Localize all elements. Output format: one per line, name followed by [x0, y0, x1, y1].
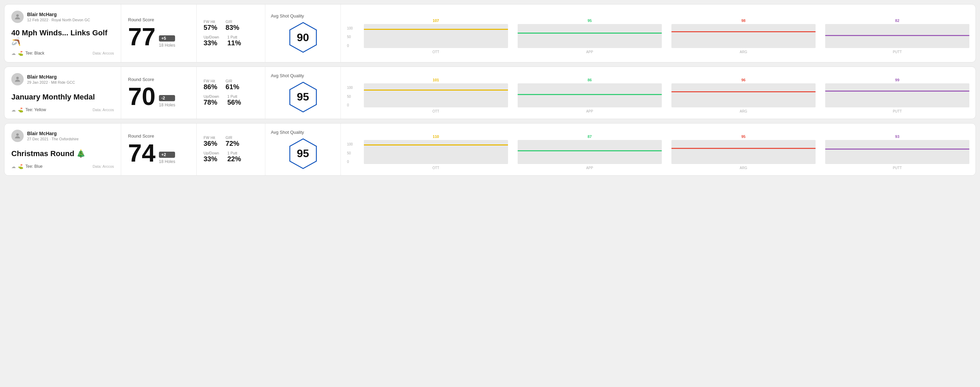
updown-label: Up/Down: [204, 94, 219, 98]
bar-col-arg: 95ARG: [671, 135, 816, 170]
stats-row-1: FW Hit36%GIR72%: [204, 135, 258, 148]
score-row: 77+518 Holes: [128, 24, 189, 49]
bar-value: 99: [895, 78, 899, 82]
tee-info: ☁ ⛳ Tee: Blue: [11, 164, 43, 169]
score-section: Round Score74+218 Holes: [121, 124, 197, 175]
tee-icon: ⛳: [18, 51, 23, 56]
tee-label: Tee: Yellow: [25, 107, 46, 112]
svg-point-4: [16, 133, 19, 135]
card-left-section: Blair McHarg12 Feb 2022 · Royal North De…: [5, 5, 121, 62]
bar-col-putt: 99PUTT: [825, 78, 969, 113]
quality-score: 90: [297, 31, 309, 44]
stats-row-2: Up/Down78%1 Putt56%: [204, 94, 258, 106]
bar-value: 96: [741, 78, 746, 82]
score-badge: -2: [159, 95, 175, 101]
bar-wrapper: [364, 83, 508, 107]
bar-wrapper: [671, 83, 816, 107]
score-details: +518 Holes: [159, 35, 175, 49]
score-details: -218 Holes: [159, 95, 175, 109]
stats-section: FW Hit86%GIR61%Up/Down78%1 Putt56%: [197, 67, 265, 119]
updown-stat: Up/Down33%: [204, 151, 219, 163]
quality-label: Avg Shot Quality: [271, 73, 304, 78]
bar-bg: [671, 140, 816, 164]
tee-info: ☁ ⛳ Tee: Yellow: [11, 107, 46, 113]
bar-indicator: [518, 33, 662, 33]
player-info: Blair McHarg29 Jan 2022 · Mill Ride GCC: [11, 73, 114, 86]
fw-hit-label: FW Hit: [204, 135, 217, 140]
gir-stat: GIR72%: [226, 135, 239, 148]
bar-col-app: 86APP: [518, 78, 662, 113]
hexagon: 90: [288, 22, 318, 53]
score-badge: +2: [159, 152, 175, 158]
gir-value: 61%: [226, 83, 239, 91]
bar-bg: [825, 83, 969, 107]
updown-label: Up/Down: [204, 35, 219, 39]
bar-value: 110: [433, 135, 439, 139]
tee-icon: ⛳: [18, 107, 23, 113]
updown-value: 78%: [204, 98, 219, 106]
bar-col-app: 87APP: [518, 135, 662, 170]
bar-value: 107: [433, 19, 439, 23]
bar-bg: [364, 140, 508, 164]
bar-label: APP: [586, 50, 593, 54]
bar-bg: [825, 24, 969, 48]
bar-value: 93: [895, 135, 899, 139]
bar-wrapper: [671, 24, 816, 48]
bar-wrapper: [825, 24, 969, 48]
tee-info: ☁ ⛳ Tee: Black: [11, 51, 44, 56]
quality-label: Avg Shot Quality: [271, 130, 304, 135]
stats-row-2: Up/Down33%1 Putt11%: [204, 35, 258, 47]
bar-indicator: [671, 31, 816, 32]
weather-icon: ☁: [11, 107, 16, 113]
bar-wrapper: [518, 83, 662, 107]
bar-indicator: [671, 148, 816, 149]
axis-labels: 100500: [347, 86, 353, 113]
weather-icon: ☁: [11, 164, 16, 169]
round-card-0: Blair McHarg12 Feb 2022 · Royal North De…: [4, 4, 976, 62]
chart-section: 100500107OTT95APP98ARG82PUTT: [341, 5, 975, 62]
round-title: 40 Mph Winds... Links Golf 🪃: [11, 29, 114, 47]
bar-label: OTT: [433, 50, 439, 54]
bar-value: 82: [895, 19, 899, 23]
gir-value: 83%: [226, 24, 239, 32]
score-section: Round Score70-218 Holes: [121, 67, 197, 119]
bar-label: ARG: [740, 166, 747, 170]
bar-label: PUTT: [893, 109, 902, 113]
player-date-course: 12 Feb 2022 · Royal North Devon GC: [27, 18, 90, 22]
gir-value: 72%: [226, 140, 239, 148]
bar-wrapper: [364, 24, 508, 48]
tee-label: Tee: Black: [25, 51, 44, 56]
avatar: [11, 11, 24, 23]
bar-col-ott: 110OTT: [364, 135, 508, 170]
bar-indicator: [364, 90, 508, 90]
bar-col-putt: 82PUTT: [825, 19, 969, 54]
stats-row-1: FW Hit86%GIR61%: [204, 79, 258, 91]
score-details: +218 Holes: [159, 152, 175, 165]
score-holes: 18 Holes: [159, 159, 175, 164]
quality-section: Avg Shot Quality 90: [265, 5, 341, 62]
bar-label: PUTT: [893, 50, 902, 54]
bar-label: ARG: [740, 50, 747, 54]
bar-indicator: [364, 144, 508, 146]
card-footer: ☁ ⛳ Tee: Yellow Data: Arccos: [11, 107, 114, 113]
hexagon-wrapper: 95: [288, 138, 318, 169]
bar-label: PUTT: [893, 166, 902, 170]
bar-indicator: [825, 35, 969, 36]
updown-stat: Up/Down33%: [204, 35, 219, 47]
quality-score: 95: [297, 90, 309, 103]
bar-label: ARG: [740, 109, 747, 113]
bar-bg: [518, 140, 662, 164]
hexagon-wrapper: 95: [288, 82, 318, 113]
bar-label: APP: [586, 166, 593, 170]
updown-label: Up/Down: [204, 151, 219, 155]
fw-hit-stat: FW Hit36%: [204, 135, 217, 148]
round-card-1: Blair McHarg29 Jan 2022 · Mill Ride GCCJ…: [4, 67, 976, 119]
player-text: Blair McHarg27 Dec 2021 · The Oxfordshir…: [27, 131, 79, 141]
round-card-2: Blair McHarg27 Dec 2021 · The Oxfordshir…: [4, 123, 976, 176]
oneputt-label: 1 Putt: [227, 35, 241, 39]
score-row: 70-218 Holes: [128, 84, 189, 109]
card-left-section: Blair McHarg27 Dec 2021 · The Oxfordshir…: [5, 124, 121, 175]
bar-value: 95: [741, 135, 746, 139]
bar-value: 101: [433, 78, 439, 82]
axis-labels: 100500: [347, 143, 353, 170]
